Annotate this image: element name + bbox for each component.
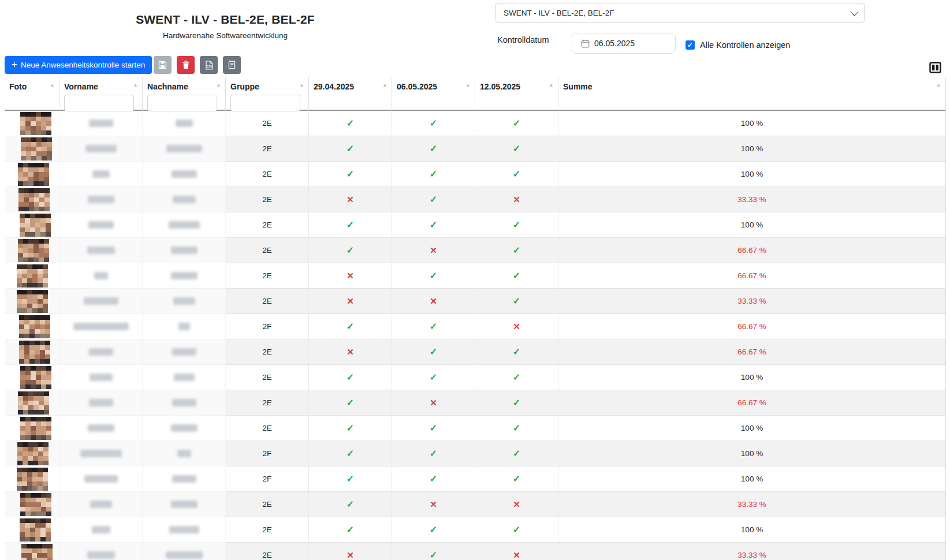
attendance-cell-12.05.2025: ✓: [475, 339, 558, 364]
sort-icon[interactable]: ▲: [216, 82, 221, 88]
check-icon[interactable]: ✓: [430, 473, 437, 484]
delete-button[interactable]: [177, 56, 195, 74]
summe-value: 66.67 %: [737, 246, 766, 255]
check-icon[interactable]: ✓: [430, 346, 437, 357]
check-icon[interactable]: ✓: [347, 321, 354, 332]
sort-icon[interactable]: ▲: [549, 82, 554, 88]
check-icon[interactable]: ✓: [347, 499, 354, 510]
check-icon[interactable]: ✓: [513, 143, 520, 154]
check-icon[interactable]: ✓: [513, 448, 520, 459]
check-icon[interactable]: ✓: [347, 143, 354, 154]
check-icon[interactable]: ✓: [430, 321, 437, 332]
photo-blurred: [20, 366, 51, 389]
summe-cell: 33.33 %: [558, 187, 945, 212]
new-attendance-control-button[interactable]: + Neue Anwesenheitskontrolle starten: [5, 56, 152, 74]
cross-icon[interactable]: ✕: [430, 245, 437, 256]
photo-blurred: [20, 493, 51, 516]
cross-icon[interactable]: ✕: [430, 398, 437, 408]
nachname-filter-input[interactable]: [147, 95, 217, 111]
check-icon[interactable]: ✓: [513, 473, 520, 484]
column-header-foto[interactable]: Foto ▲: [5, 77, 59, 111]
cross-icon[interactable]: ✕: [430, 499, 437, 510]
check-icon[interactable]: ✓: [430, 169, 437, 180]
summe-value: 33.33 %: [737, 500, 766, 509]
summe-cell: 66.67 %: [558, 314, 945, 339]
check-icon[interactable]: ✓: [347, 524, 354, 535]
course-select[interactable]: SWENT - ILV - BEL-2E, BEL-2F: [496, 3, 865, 23]
column-header-date-1[interactable]: 29.04.2025 ▲: [309, 77, 392, 111]
check-icon[interactable]: ✓: [347, 118, 354, 129]
photo-blurred: [21, 137, 52, 160]
column-header-date-2[interactable]: 06.05.2025 ▲: [392, 77, 475, 111]
check-icon[interactable]: ✓: [513, 219, 520, 230]
check-icon[interactable]: ✓: [347, 372, 354, 383]
gruppe-cell: 2E: [226, 517, 309, 542]
check-icon[interactable]: ✓: [430, 423, 437, 434]
sort-icon[interactable]: ▲: [299, 82, 304, 88]
check-icon[interactable]: ✓: [430, 550, 437, 560]
check-icon[interactable]: ✓: [347, 473, 354, 484]
summe-value: 66.67 %: [737, 348, 766, 356]
vorname-filter-input[interactable]: [64, 95, 134, 111]
check-icon[interactable]: ✓: [430, 448, 437, 459]
summe-cell: 33.33 %: [558, 543, 945, 560]
cross-icon[interactable]: ✕: [347, 347, 354, 357]
report-button[interactable]: [223, 56, 241, 74]
check-icon[interactable]: ✓: [513, 524, 520, 535]
alle-kontrollen-checkbox[interactable]: ✓: [686, 40, 695, 50]
attendance-cell-12.05.2025: ✓: [475, 289, 558, 313]
column-header-vorname[interactable]: Vorname ▲: [59, 77, 143, 111]
check-icon[interactable]: ✓: [513, 372, 520, 383]
column-header-date-3[interactable]: 12.05.2025 ▲: [475, 77, 558, 111]
sort-icon[interactable]: ▲: [936, 82, 941, 88]
sort-icon[interactable]: ▲: [133, 82, 138, 88]
check-icon[interactable]: ✓: [430, 194, 437, 205]
redacted-nachname: [172, 348, 196, 356]
check-icon[interactable]: ✓: [347, 169, 354, 180]
chevron-down-icon: [850, 8, 858, 16]
cross-icon[interactable]: ✕: [430, 296, 437, 307]
summe-cell: 100 %: [558, 111, 945, 136]
check-icon[interactable]: ✓: [513, 346, 520, 357]
check-icon[interactable]: ✓: [430, 524, 437, 535]
check-icon[interactable]: ✓: [430, 118, 437, 129]
column-header-nachname[interactable]: Nachname ▲: [143, 77, 226, 111]
cross-icon[interactable]: ✕: [347, 271, 354, 281]
cross-icon[interactable]: ✕: [347, 550, 354, 560]
check-icon[interactable]: ✓: [513, 245, 520, 256]
cross-icon[interactable]: ✕: [347, 195, 354, 205]
check-icon[interactable]: ✓: [430, 270, 437, 281]
column-header-gruppe[interactable]: Gruppe ▲: [226, 77, 309, 111]
export-csv-button[interactable]: CSV: [200, 56, 218, 74]
kontrolldatum-date-input[interactable]: 06.05.2025: [572, 33, 676, 54]
cross-icon[interactable]: ✕: [513, 550, 520, 560]
check-icon[interactable]: ✓: [347, 423, 354, 434]
sort-icon[interactable]: ▲: [465, 82, 471, 88]
save-button[interactable]: [154, 56, 172, 74]
check-icon[interactable]: ✓: [513, 169, 520, 180]
cross-icon[interactable]: ✕: [513, 499, 520, 510]
check-icon[interactable]: ✓: [347, 245, 354, 256]
gruppe-filter-input[interactable]: [230, 95, 300, 111]
cross-icon[interactable]: ✕: [513, 322, 520, 332]
check-icon[interactable]: ✓: [347, 448, 354, 459]
check-icon[interactable]: ✓: [430, 219, 437, 230]
check-icon[interactable]: ✓: [347, 219, 354, 230]
attendance-cell-12.05.2025: ✓: [475, 390, 558, 415]
check-icon[interactable]: ✓: [347, 397, 354, 408]
page-title-box: SWENT - ILV - BEL-2E, BEL-2F Hardwarenah…: [0, 13, 450, 40]
check-icon[interactable]: ✓: [513, 423, 520, 434]
check-icon[interactable]: ✓: [513, 270, 520, 281]
sort-icon[interactable]: ▲: [382, 82, 388, 88]
layout-columns-icon[interactable]: [929, 62, 941, 73]
sort-icon[interactable]: ▲: [50, 82, 55, 88]
check-icon[interactable]: ✓: [513, 397, 520, 408]
cross-icon[interactable]: ✕: [347, 296, 354, 307]
cross-icon[interactable]: ✕: [513, 195, 520, 205]
check-icon[interactable]: ✓: [430, 372, 437, 383]
journal-text-icon: [228, 61, 236, 69]
check-icon[interactable]: ✓: [513, 296, 520, 307]
check-icon[interactable]: ✓: [430, 143, 437, 154]
column-header-summe[interactable]: Summe ▲: [558, 77, 945, 111]
check-icon[interactable]: ✓: [513, 118, 520, 129]
